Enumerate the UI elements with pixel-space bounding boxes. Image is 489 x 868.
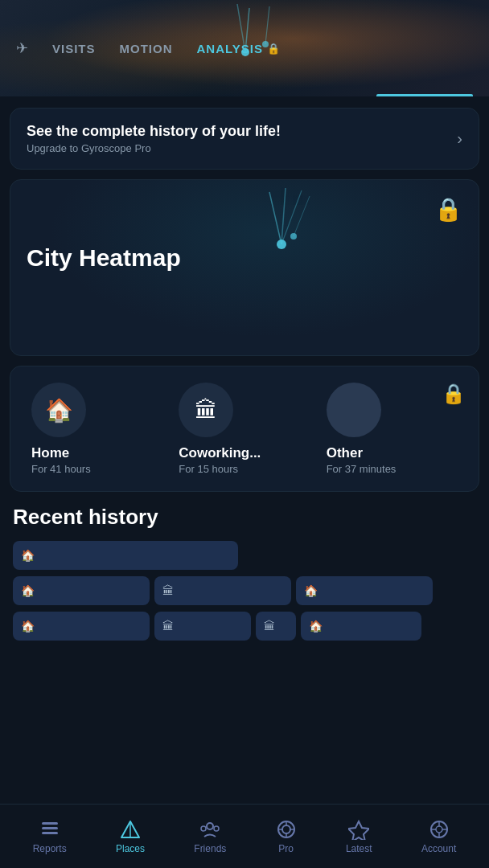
history-bar-cowork-3b: 🏛 (154, 612, 251, 641)
heatmap-lock-icon: 🔒 (434, 196, 462, 223)
places-grid: 🏠 Home For 41 hours 🏛 Coworking... For 1… (23, 383, 466, 475)
svg-rect-13 (42, 832, 58, 834)
history-bar-home-3d: 🏠 (301, 612, 421, 641)
nav-item-friends[interactable]: Friends (186, 814, 234, 859)
nav-item-places[interactable]: Places (108, 814, 153, 859)
svg-rect-12 (42, 827, 58, 829)
main-content: See the complete history of your life! U… (0, 96, 489, 804)
history-bar-cowork-3c: 🏛 (256, 612, 296, 641)
history-bar-home-3a: 🏠 (13, 612, 150, 641)
nav-item-latest[interactable]: Latest (338, 814, 380, 859)
nav-friends-label: Friends (194, 843, 226, 854)
coworking-label: Coworking... (179, 445, 261, 461)
bar-home-icon-3d: 🏠 (309, 620, 323, 633)
other-label: Other (327, 445, 363, 461)
home-icon: 🏠 (45, 397, 73, 424)
coworking-icon-circle: 🏛 (179, 383, 233, 437)
header-nav: ✈ VISITS MOTION ANALYSIS 🔒 (16, 38, 473, 59)
nav-places-label: Places (116, 843, 145, 854)
tab-visits[interactable]: VISITS (52, 38, 96, 59)
bar-home-icon: 🏠 (21, 549, 35, 562)
location-arrow-icon: ✈ (16, 39, 28, 57)
history-row-2: 🏠 🏛 🏠 (13, 576, 476, 605)
upgrade-subtitle: Upgrade to Gyroscope Pro (27, 142, 281, 154)
home-icon-circle: 🏠 (31, 383, 86, 437)
nav-item-reports[interactable]: Reports (25, 814, 75, 859)
nav-item-pro[interactable]: Pro (268, 814, 305, 859)
nav-item-account[interactable]: Account (413, 814, 464, 859)
history-bars: 🏠 🏠 🏛 🏠 🏠 � (13, 541, 476, 641)
bar-cowork-icon-3c: 🏛 (264, 620, 275, 633)
nav-account-label: Account (421, 843, 456, 854)
home-label: Home (31, 445, 69, 461)
bar-home-icon-2c: 🏠 (304, 584, 318, 597)
history-bar-home-2a: 🏠 (13, 576, 150, 605)
recent-history-title: Recent history (13, 505, 476, 530)
bottom-nav: Reports Places Friends Pro Latest (0, 804, 489, 868)
latest-icon (348, 819, 369, 840)
history-bar-cowork-2b: 🏛 (154, 576, 291, 605)
home-duration: For 41 hours (31, 463, 91, 475)
svg-point-23 (436, 826, 442, 833)
svg-point-18 (214, 826, 219, 831)
svg-point-17 (201, 826, 206, 831)
header: ✈ VISITS MOTION ANALYSIS 🔒 (0, 0, 489, 96)
places-icon (120, 819, 141, 840)
nav-pro-label: Pro (278, 843, 294, 854)
coworking-duration: For 15 hours (179, 463, 238, 475)
history-row-3: 🏠 🏛 🏛 🏠 (13, 612, 476, 641)
svg-point-20 (282, 825, 290, 833)
places-card: 🏠 Home For 41 hours 🏛 Coworking... For 1… (10, 366, 479, 492)
bar-cowork-icon-3b: 🏛 (162, 620, 174, 633)
history-bar-home-long: 🏠 (13, 541, 238, 570)
analysis-lock-icon: 🔒 (267, 43, 281, 55)
upgrade-text: See the complete history of your life! U… (27, 123, 281, 154)
history-row-1: 🏠 (13, 541, 476, 570)
pro-icon (276, 819, 297, 840)
other-icon-circle (327, 383, 381, 437)
upgrade-banner[interactable]: See the complete history of your life! U… (10, 108, 479, 170)
coworking-icon: 🏛 (195, 397, 217, 424)
recent-history-section: Recent history 🏠 🏠 🏛 🏠 (10, 502, 479, 641)
friends-icon (199, 819, 220, 840)
place-home: 🏠 Home For 41 hours (23, 383, 171, 475)
place-coworking: 🏛 Coworking... For 15 hours (171, 383, 318, 475)
tab-analysis[interactable]: ANALYSIS 🔒 (197, 38, 281, 59)
svg-rect-11 (42, 822, 58, 825)
bar-home-icon-3a: 🏠 (21, 620, 35, 633)
svg-point-16 (207, 823, 213, 829)
heatmap-title: City Heatmap (27, 244, 462, 272)
nav-latest-label: Latest (346, 843, 372, 854)
tab-motion[interactable]: MOTION (120, 38, 173, 59)
chevron-right-icon: › (457, 129, 462, 148)
nav-reports-label: Reports (33, 843, 67, 854)
upgrade-title: See the complete history of your life! (27, 123, 281, 140)
active-tab-underline (376, 94, 473, 96)
account-icon (429, 819, 450, 840)
reports-icon (39, 819, 60, 840)
bar-home-icon-2a: 🏠 (21, 584, 35, 597)
svg-marker-21 (348, 821, 369, 840)
bar-cowork-icon-2b: 🏛 (162, 584, 174, 597)
history-bar-home-2c: 🏠 (296, 576, 433, 605)
city-heatmap-card[interactable]: City Heatmap 🔒 (10, 179, 479, 356)
places-lock-icon: 🔒 (442, 383, 466, 405)
other-duration: For 37 minutes (327, 463, 397, 475)
